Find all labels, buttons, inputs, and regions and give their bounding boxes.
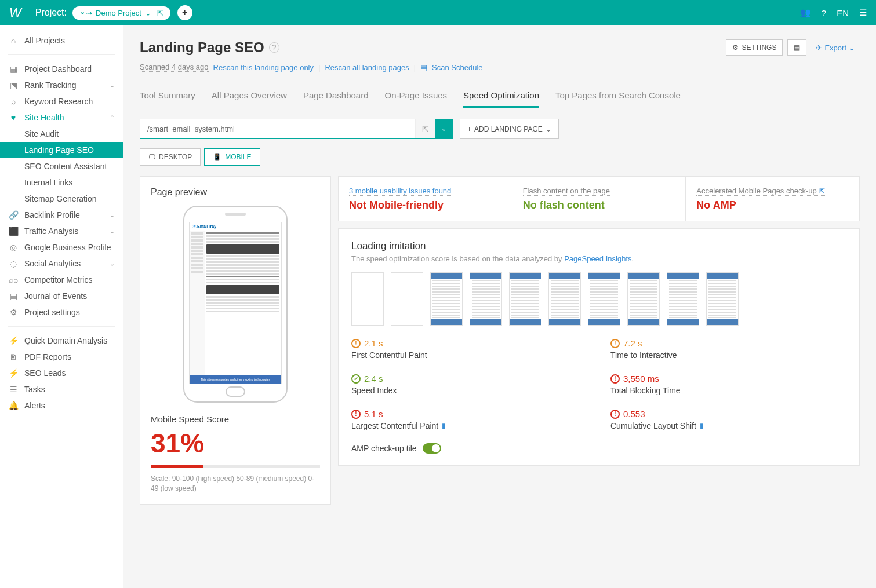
sidebar-item-seo-leads[interactable]: ⚡SEO Leads: [0, 365, 123, 381]
project-name: Demo Project: [96, 9, 141, 17]
share-icon: ⚬⇢: [79, 9, 92, 17]
sidebar-item-traffic-analysis[interactable]: ⬛Traffic Analysis⌄: [0, 223, 123, 239]
sidebar-item-keyword-research[interactable]: ⌕Keyword Research: [0, 93, 123, 109]
score-scale: Scale: 90-100 (high speed) 50-89 (medium…: [151, 474, 320, 494]
sidebar-item-quick-domain[interactable]: ⚡Quick Domain Analysis: [0, 333, 123, 349]
score-bar: [151, 465, 320, 468]
topbar: W Project: ⚬⇢ Demo Project ⌄ ⇱ + 👥 ? EN …: [0, 0, 876, 25]
sidebar-item-project-dashboard[interactable]: ▦Project Dashboard: [0, 61, 123, 77]
tab-tool-summary[interactable]: Tool Summary: [140, 85, 195, 108]
preview-title: Page preview: [151, 187, 320, 198]
sidebar-sub-internal-links[interactable]: Internal Links: [0, 174, 123, 191]
language-selector[interactable]: EN: [837, 8, 849, 18]
search-icon: ⌕: [8, 97, 19, 106]
warn-icon: [351, 339, 361, 348]
amp-toggle[interactable]: [423, 443, 441, 454]
sidebar-sub-seo-content-assistant[interactable]: SEO Content Assistant: [0, 158, 123, 174]
sidebar-item-alerts[interactable]: 🔔Alerts: [0, 397, 123, 414]
sidebar-item-social-analytics[interactable]: ◌Social Analytics⌄: [0, 255, 123, 272]
url-input-group: ⇱ ⌄: [140, 119, 453, 139]
url-input[interactable]: [140, 119, 415, 138]
metric-si: 2.4 s Speed Index: [351, 374, 587, 395]
score-label: Mobile Speed Score: [151, 414, 320, 424]
open-external-icon[interactable]: ⇱: [157, 9, 163, 17]
thumb: [667, 272, 699, 326]
sidebar-item-google-business[interactable]: ◎Google Business Profile: [0, 239, 123, 255]
tab-top-pages[interactable]: Top Pages from Search Console: [555, 85, 681, 108]
tab-speed-optimization[interactable]: Speed Optimization: [463, 85, 539, 108]
project-selector[interactable]: ⚬⇢ Demo Project ⌄ ⇱: [72, 6, 170, 20]
desktop-icon: 🖵: [148, 153, 155, 161]
add-project-button[interactable]: +: [177, 5, 192, 20]
check-icon: [351, 374, 361, 384]
scan-schedule-link[interactable]: Scan Schedule: [432, 63, 482, 72]
warn-icon: [610, 339, 620, 348]
thumb: [509, 272, 541, 326]
menu-icon[interactable]: ☰: [859, 8, 867, 18]
document-icon: 🗎: [8, 352, 19, 361]
add-landing-page-button[interactable]: + ADD LANDING PAGE ⌄: [460, 119, 559, 139]
loading-subtitle: The speed optimization score is based on…: [351, 254, 846, 263]
rescan-this-link[interactable]: Rescan this landing page only: [213, 63, 314, 72]
sidebar-sub-sitemap-generation[interactable]: Sitemap Generation: [0, 191, 123, 207]
home-icon: ⌂: [8, 36, 19, 45]
metric-tti: 7.2 s Time to Interactive: [610, 338, 846, 360]
pin-icon: ◎: [8, 243, 19, 252]
tab-on-page-issues[interactable]: On-Page Issues: [385, 85, 448, 108]
sidebar-item-project-settings[interactable]: ⚙Project settings: [0, 304, 123, 320]
tab-all-pages[interactable]: All Pages Overview: [212, 85, 287, 108]
pagespeed-link[interactable]: PageSpeed Insights: [564, 254, 631, 263]
flash-link[interactable]: Flash content on the page: [523, 187, 610, 196]
flash-status: No flash content: [523, 199, 675, 211]
lightning-icon: ⚡: [8, 336, 19, 345]
alert-icon: [610, 410, 620, 419]
chevron-up-icon: ⌃: [110, 114, 115, 122]
page-preview-card: Page preview 📧EmailTray: [140, 176, 331, 505]
bookmark-icon[interactable]: ▮: [700, 422, 704, 430]
binoculars-icon: ⌕⌕: [8, 275, 19, 284]
calendar-button[interactable]: ▤: [787, 39, 806, 56]
phone-mockup: 📧EmailTray: [183, 206, 288, 403]
sidebar-item-competitor-metrics[interactable]: ⌕⌕Competitor Metrics: [0, 272, 123, 288]
sidebar-item-tasks[interactable]: ☰Tasks: [0, 381, 123, 397]
bell-icon: 🔔: [8, 401, 19, 410]
chevron-down-icon: ⌄: [110, 82, 115, 89]
help-icon[interactable]: ?: [269, 42, 279, 53]
sidebar-item-backlink-profile[interactable]: 🔗Backlink Profile⌄: [0, 207, 123, 223]
sidebar-item-site-health[interactable]: ♥Site Health⌃: [0, 109, 123, 126]
sidebar-sub-site-audit[interactable]: Site Audit: [0, 126, 123, 142]
loading-title: Loading imitation: [351, 240, 846, 252]
calendar-icon: ▤: [794, 43, 800, 52]
alert-icon: [351, 410, 361, 419]
usability-link[interactable]: 3 mobile usability issues found: [349, 187, 451, 196]
help-icon[interactable]: ?: [822, 8, 826, 18]
logo: W: [9, 5, 21, 20]
sidebar-item-journal[interactable]: ▤Journal of Events: [0, 288, 123, 304]
amp-status: No AMP: [696, 199, 849, 211]
sidebar-item-rank-tracking[interactable]: ⬔Rank Tracking⌄: [0, 77, 123, 93]
mobile-icon: 📱: [213, 153, 221, 161]
metric-cls: 0.553 Cumulative Layout Shift ▮: [610, 409, 846, 430]
heart-icon: ♥: [8, 113, 19, 122]
users-icon[interactable]: 👥: [800, 8, 811, 18]
sidebar-sub-landing-page-seo[interactable]: Landing Page SEO: [0, 142, 123, 158]
tab-page-dashboard[interactable]: Page Dashboard: [303, 85, 369, 108]
thumb: [470, 272, 502, 326]
desktop-toggle[interactable]: 🖵DESKTOP: [140, 148, 201, 166]
url-dropdown-button[interactable]: ⌄: [435, 119, 452, 138]
rescan-all-link[interactable]: Rescan all landing pages: [325, 63, 409, 72]
lightning-icon: ⚡: [8, 368, 19, 378]
amp-toggle-label: AMP check-up tile: [351, 444, 417, 453]
open-url-button[interactable]: ⇱: [415, 119, 435, 138]
export-button[interactable]: ✈Export ⌄: [811, 40, 860, 56]
chevron-down-icon: ⌄: [110, 228, 115, 235]
thumb: [391, 272, 423, 326]
mobile-toggle[interactable]: 📱MOBILE: [204, 148, 260, 166]
sidebar-all-projects[interactable]: ⌂ All Projects: [0, 32, 123, 49]
scanned-text: Scanned 4 days ago: [140, 63, 209, 72]
amp-link[interactable]: Accelerated Mobile Pages check-up⇱: [696, 187, 824, 196]
bookmark-icon[interactable]: ▮: [442, 422, 446, 430]
sidebar-item-pdf-reports[interactable]: 🗎PDF Reports: [0, 349, 123, 365]
settings-button[interactable]: ⚙SETTINGS: [726, 39, 783, 56]
cookie-banner: This site uses cookies and other trackin…: [190, 375, 281, 384]
